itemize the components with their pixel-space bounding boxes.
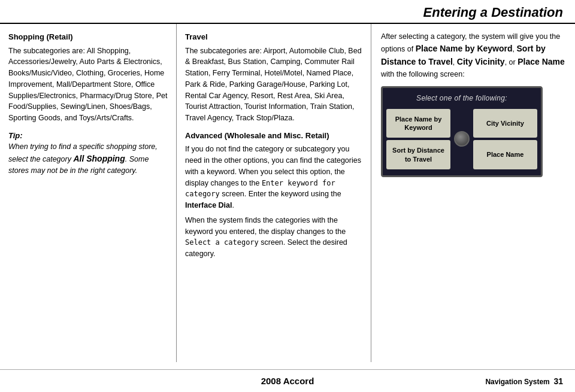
nav-dial-col bbox=[453, 109, 471, 169]
advanced-bold-1: Interface Dial bbox=[185, 201, 232, 209]
advanced-body-2: screen. Enter the keyword using the bbox=[220, 190, 341, 198]
right-intro-2: , bbox=[513, 45, 517, 53]
footer-nav-label: Navigation System 31 bbox=[485, 376, 563, 386]
nav-buttons: Place Name by Keyword City Vicinity Sort… bbox=[386, 109, 537, 169]
travel-body: The subcategories are: Airport, Automobi… bbox=[185, 45, 362, 124]
col-shopping: Shopping (Retail) The subcategories are:… bbox=[0, 24, 177, 362]
page-footer: 2008 Accord Navigation System 31 bbox=[0, 369, 575, 392]
footer-model: 2008 Accord bbox=[261, 376, 314, 386]
nav-screen-title: Select one of the following: bbox=[386, 93, 537, 104]
nav-btn-place-name[interactable]: Place Name bbox=[473, 140, 537, 169]
advanced-body-4: When the system finds the categories wit… bbox=[185, 216, 346, 236]
page-title: Entering a Destination bbox=[423, 5, 563, 20]
advanced-body-3: . bbox=[232, 201, 234, 209]
nav-btn-place-name-keyword[interactable]: Place Name by Keyword bbox=[386, 109, 450, 138]
nav-screen: Select one of the following: Place Name … bbox=[381, 86, 543, 177]
right-intro-5: with the following screen: bbox=[381, 70, 465, 78]
tip-block: Tip: When trying to find a specific shop… bbox=[8, 130, 168, 177]
footer-nav-text: Navigation System bbox=[485, 378, 549, 386]
travel-title: Travel bbox=[185, 31, 362, 43]
advanced-body-para2: When the system finds the categories wit… bbox=[185, 215, 362, 260]
nav-btn-sort-distance[interactable]: Sort by Distance to Travel bbox=[386, 140, 450, 169]
shopping-body: The subcategories are: All Shopping, Acc… bbox=[8, 45, 168, 124]
shopping-title: Shopping (Retail) bbox=[8, 31, 168, 43]
tip-label: Tip: bbox=[8, 130, 168, 142]
main-content: Shopping (Retail) The subcategories are:… bbox=[0, 24, 575, 362]
right-bold-4: Place Name bbox=[518, 57, 565, 66]
col-right: After selecting a category, the system w… bbox=[371, 24, 575, 362]
tip-bold: All Shopping bbox=[73, 154, 125, 163]
footer-page-number: 31 bbox=[553, 376, 563, 386]
col-travel: Travel The subcategories are: Airport, A… bbox=[177, 24, 371, 362]
right-bold-1: Place Name by Keyword bbox=[416, 44, 513, 53]
page-header: Entering a Destination bbox=[0, 0, 575, 24]
advanced-title: Advanced (Wholesale and Misc. Retail) bbox=[185, 130, 362, 142]
advanced-mono-2: Select a category bbox=[185, 238, 259, 247]
advanced-body: If you do not find the category or subca… bbox=[185, 144, 362, 211]
nav-dial[interactable] bbox=[454, 131, 470, 147]
tip-text: When trying to find a specific shopping … bbox=[8, 141, 168, 177]
right-intro: After selecting a category, the system w… bbox=[381, 31, 565, 80]
right-intro-3: , bbox=[453, 58, 457, 66]
right-intro-4: , or bbox=[505, 58, 518, 66]
nav-btn-city-vicinity[interactable]: City Vicinity bbox=[473, 109, 537, 138]
right-bold-3: City Vicinity bbox=[457, 57, 505, 66]
